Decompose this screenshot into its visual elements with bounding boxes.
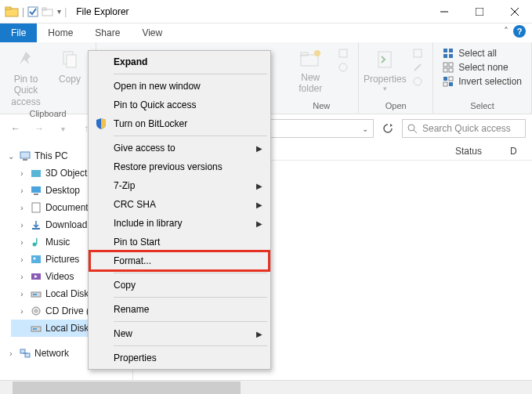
ctx-label: Restore previous versions <box>114 161 223 172</box>
open-group-label: Open <box>385 99 407 114</box>
chevron-right-icon[interactable]: › <box>17 204 27 212</box>
ribbon-group-select: Select all Select none Invert selection … <box>433 42 532 114</box>
chevron-down-icon[interactable]: ⌄ <box>6 152 16 161</box>
svg-rect-22 <box>449 54 453 58</box>
ctx-bitlocker[interactable]: Turn on BitLocker <box>90 114 269 133</box>
tab-share[interactable]: Share <box>84 23 131 42</box>
submenu-arrow-icon: ▶ <box>256 144 262 153</box>
chevron-right-icon[interactable]: › <box>17 221 27 230</box>
column-d[interactable]: D <box>510 146 526 157</box>
edit-button[interactable] <box>409 61 426 74</box>
svg-point-13 <box>314 50 320 56</box>
ctx-label: Turn on BitLocker <box>114 118 187 129</box>
chevron-right-icon[interactable]: › <box>17 169 27 178</box>
ctx-rename[interactable]: Rename <box>90 300 269 319</box>
invert-selection-button[interactable]: Invert selection <box>440 75 525 88</box>
tab-file[interactable]: File <box>0 23 37 42</box>
ctx-separator <box>114 273 267 273</box>
svg-rect-35 <box>31 170 41 177</box>
context-menu: Expand Open in new window Pin to Quick a… <box>88 50 271 370</box>
qat-separator: | <box>22 6 24 17</box>
ctx-7zip[interactable]: 7-Zip▶ <box>90 176 269 195</box>
new-folder-button[interactable]: New folder <box>291 45 330 95</box>
ctx-pin-start[interactable]: Pin to Start <box>90 233 269 251</box>
ribbon-right-controls: ˄ ? <box>504 25 526 38</box>
window-controls <box>426 0 532 23</box>
checkbox-icon[interactable] <box>27 6 38 17</box>
chevron-right-icon[interactable]: › <box>17 273 27 281</box>
window-title: File Explorer <box>71 6 426 17</box>
ctx-include-library[interactable]: Include in library▶ <box>90 214 269 233</box>
this-pc-icon <box>19 150 31 162</box>
ctx-new[interactable]: New▶ <box>90 324 269 343</box>
tab-view[interactable]: View <box>131 23 173 42</box>
search-box[interactable]: Search Quick access <box>402 119 526 138</box>
svg-rect-6 <box>476 8 483 16</box>
svg-rect-10 <box>67 55 76 67</box>
svg-rect-17 <box>414 49 422 57</box>
quick-access-toolbar: | ▾ | <box>0 5 71 18</box>
chevron-right-icon[interactable]: › <box>6 349 16 358</box>
scrollbar-thumb[interactable] <box>13 381 241 394</box>
desktop-icon <box>30 184 42 197</box>
maximize-button[interactable] <box>461 0 497 23</box>
tree-label: Pictures <box>45 254 79 265</box>
ctx-properties[interactable]: Properties <box>90 349 269 367</box>
search-placeholder: Search Quick access <box>422 123 511 134</box>
svg-point-48 <box>35 310 38 313</box>
ctx-restore-versions[interactable]: Restore previous versions <box>90 157 269 176</box>
svg-rect-38 <box>32 203 40 212</box>
ctx-separator <box>114 136 267 136</box>
new-group-label: New <box>313 99 330 114</box>
svg-rect-28 <box>449 77 453 81</box>
properties-button[interactable]: Properties ▾ <box>365 45 404 93</box>
new-folder-icon <box>299 49 322 69</box>
tree-label: Desktop <box>45 185 80 196</box>
ctx-crc-sha[interactable]: CRC SHA▶ <box>90 195 269 214</box>
svg-rect-23 <box>443 63 447 67</box>
ctx-expand[interactable]: Expand <box>90 52 269 71</box>
pin-to-quick-access-button[interactable]: Pin to Quick access <box>6 45 45 107</box>
horizontal-scrollbar[interactable] <box>0 380 532 394</box>
chevron-right-icon[interactable]: › <box>17 255 27 264</box>
svg-rect-51 <box>20 349 25 353</box>
history-button[interactable] <box>409 75 426 88</box>
new-folder-qat-icon[interactable] <box>42 6 54 17</box>
recent-locations-button[interactable]: ▾ <box>53 119 72 138</box>
ctx-format[interactable]: Format... <box>90 251 269 270</box>
chevron-right-icon[interactable]: › <box>17 307 27 316</box>
ctx-give-access[interactable]: Give access to▶ <box>90 139 269 157</box>
back-button[interactable]: ← <box>6 119 25 138</box>
new-item-button[interactable] <box>335 47 352 60</box>
close-button[interactable] <box>497 0 532 23</box>
qat-dropdown-icon[interactable]: ▾ <box>57 7 61 16</box>
tab-home[interactable]: Home <box>37 23 84 42</box>
ctx-label: Pin to Quick access <box>114 99 196 110</box>
select-none-button[interactable]: Select none <box>440 61 525 74</box>
svg-rect-25 <box>443 68 447 72</box>
chevron-right-icon[interactable]: › <box>17 186 27 195</box>
ctx-pin-quick-access[interactable]: Pin to Quick access <box>90 96 269 114</box>
minimize-button[interactable] <box>426 0 461 23</box>
invert-selection-label: Invert selection <box>458 76 522 87</box>
chevron-right-icon[interactable]: › <box>17 238 27 247</box>
address-dropdown-icon[interactable]: ⌄ <box>362 125 368 133</box>
select-all-button[interactable]: Select all <box>440 47 525 60</box>
easy-access-button[interactable] <box>335 61 352 74</box>
forward-button[interactable]: → <box>30 119 49 138</box>
refresh-button[interactable] <box>378 119 397 138</box>
ribbon-group-open: Properties ▾ Open <box>359 42 433 114</box>
folder-icon <box>5 5 19 18</box>
downloads-icon <box>30 219 42 231</box>
new-folder-label: New folder <box>291 72 330 95</box>
ctx-open-new-window[interactable]: Open in new window <box>90 77 269 96</box>
chevron-right-icon[interactable]: › <box>17 290 27 298</box>
column-status[interactable]: Status <box>455 146 510 157</box>
collapse-ribbon-icon[interactable]: ˄ <box>504 26 508 37</box>
ctx-label: Include in library <box>114 218 182 229</box>
copy-button[interactable]: Copy <box>50 45 89 85</box>
open-button[interactable] <box>409 47 426 60</box>
properties-icon <box>374 49 396 70</box>
help-icon[interactable]: ? <box>513 25 526 38</box>
ctx-copy[interactable]: Copy <box>90 276 269 295</box>
